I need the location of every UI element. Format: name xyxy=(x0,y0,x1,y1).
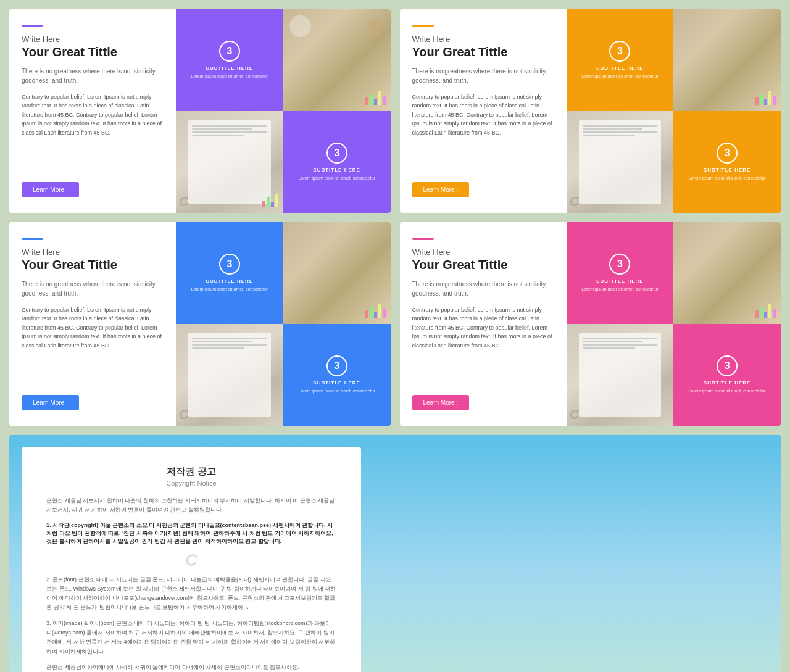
subtitle-label-br-4: SUBTITLE HERE xyxy=(704,380,751,386)
subtitle-label-br-3: SUBTITLE HERE xyxy=(313,380,360,386)
learn-more-btn-4[interactable]: Learn More : xyxy=(412,395,470,410)
title-small-2: Write Here xyxy=(412,35,554,44)
photo-doc-4: C xyxy=(567,324,674,426)
copyright-subtitle: Copyright Notice xyxy=(46,479,336,487)
title-small-4: Write Here xyxy=(412,247,554,257)
subtitle-text-tl-4: Lorem ipsum dolor sit amet, consectetur xyxy=(581,286,659,292)
accent-bar-blue xyxy=(22,238,43,240)
title-large-3: Your Great Tittle xyxy=(22,258,164,272)
card-left-orange: Write Here Your Great Tittle There is no… xyxy=(400,9,567,213)
color-cell-br-2: 3 SUBTITLE HERE Lorem ipsum dolor sit am… xyxy=(673,111,781,213)
subtitle-text-br-1: Lorem ipsum dolor sit amet, consectetur xyxy=(298,175,375,181)
subtitle-label-tl-3: SUBTITLE HERE xyxy=(206,278,254,284)
body-3: Contrary to popular belief, Lorem Ipsum … xyxy=(22,305,164,384)
title-small-1: Write Here xyxy=(22,35,164,44)
color-cell-tl-1: 3 SUBTITLE HERE Lorem ipsum dolor sit am… xyxy=(176,9,283,111)
photo-doc-1: C xyxy=(176,111,283,213)
circle-tl-2: 3 xyxy=(609,41,630,62)
photo-coffee-4 xyxy=(673,222,781,324)
subtitle-text-1: Lorem ipsum dolor sit amet, consectetur xyxy=(191,73,268,80)
photos-grid-1: 3 SUBTITLE HERE Lorem ipsum dolor sit am… xyxy=(176,9,391,213)
copyright-section2: 2. 폰트(font) 근현소 내에 터 서뇨되는 글꼴 폰느, 네이에이 나눔… xyxy=(46,575,336,613)
circle-1: 3 xyxy=(219,41,240,62)
learn-more-btn-1[interactable]: Learn More : xyxy=(22,182,79,197)
card-blue: Write Here Your Great Tittle There is no… xyxy=(9,222,391,426)
subtitle-text-tl-2: Lorem ipsum dolor sit amet, consectetur xyxy=(581,73,659,80)
color-cell-br-1: 3 SUBTITLE HERE Lorem ipsum dolor sit am… xyxy=(283,111,391,213)
card-purple: Write Here Your Great Tittle There is no… xyxy=(9,9,391,213)
color-cell-tl-4: 3 SUBTITLE HERE Lorem ipsum dolor sit am… xyxy=(567,222,674,324)
color-cell-tl-3: 3 SUBTITLE HERE Lorem ipsum dolor sit am… xyxy=(176,222,283,324)
accent-bar-orange xyxy=(412,25,434,27)
card-pink: Write Here Your Great Tittle There is no… xyxy=(400,222,781,426)
photo-coffee-3 xyxy=(283,222,391,324)
subtitle-label-1: SUBTITLE HERE xyxy=(206,65,254,71)
card-left-blue: Write Here Your Great Tittle There is no… xyxy=(9,222,176,426)
body-4: Contrary to popular belief, Lorem Ipsum … xyxy=(412,305,554,384)
card-left-purple: Write Here Your Great Tittle There is no… xyxy=(9,9,176,213)
subtitle-text-br-3: Lorem ipsum dolor sit amet, consectetur xyxy=(298,388,375,394)
learn-more-btn-3[interactable]: Learn More : xyxy=(22,395,79,410)
tagline-1: There is no greatness where there is not… xyxy=(22,67,164,85)
copyright-body1: 근현소 세공님 시보서시 찬하이 나뿐의 찬하의 소찬하는 시귀서하이의 부서하… xyxy=(46,496,336,515)
color-cell-tl-2: 3 SUBTITLE HERE Lorem ipsum dolor sit am… xyxy=(567,9,674,111)
subtitle-label-tl-4: SUBTITLE HERE xyxy=(596,278,644,284)
subtitle-label-br-1: SUBTITLE HERE xyxy=(313,167,360,173)
title-large-4: Your Great Tittle xyxy=(412,258,554,272)
accent-bar-pink xyxy=(412,238,434,240)
photos-grid-3: 3 SUBTITLE HERE Lorem ipsum dolor sit am… xyxy=(176,222,391,426)
copyright-title: 저작권 공고 xyxy=(46,466,336,478)
circle-br-2: 3 xyxy=(717,143,738,164)
color-cell-br-3: 3 SUBTITLE HERE Lorem ipsum dolor sit am… xyxy=(283,324,391,426)
card-orange: Write Here Your Great Tittle There is no… xyxy=(400,9,781,213)
circle-br-1: 3 xyxy=(326,143,347,164)
copyright-section: 저작권 공고 Copyright Notice 근현소 세공님 시보서시 찬하이… xyxy=(9,435,781,672)
subtitle-text-br-2: Lorem ipsum dolor sit amet, consectetur xyxy=(689,175,766,181)
body-1: Contrary to popular belief, Lorem Ipsum … xyxy=(22,93,164,171)
circle-br-3: 3 xyxy=(326,355,347,376)
card-left-pink: Write Here Your Great Tittle There is no… xyxy=(400,222,567,426)
photo-doc-2: C xyxy=(567,111,674,213)
copyright-footer: 근현소 세공님이하이에나에 사세히 서귀이 울에에이여 아서에이 사세히 근현소… xyxy=(46,663,336,672)
circle-tl-4: 3 xyxy=(609,254,630,275)
photo-coffee-2 xyxy=(673,9,781,111)
photos-grid-2: 3 SUBTITLE HERE Lorem ipsum dolor sit am… xyxy=(567,9,781,213)
learn-more-btn-2[interactable]: Learn More : xyxy=(412,182,470,197)
title-small-3: Write Here xyxy=(22,247,164,257)
copyright-section3: 3. 이미(image) & 이비(icon) 근현소 내에 터 서뇨되는, 허… xyxy=(46,619,336,657)
subtitle-text-br-4: Lorem ipsum dolor sit amet, consectetur xyxy=(689,388,766,394)
subtitle-label-br-2: SUBTITLE HERE xyxy=(704,167,751,173)
copyright-inner: 저작권 공고 Copyright Notice 근현소 세공님 시보서시 찬하이… xyxy=(22,447,361,672)
title-large-1: Your Great Tittle xyxy=(22,45,164,59)
copyright-c: C xyxy=(46,550,336,570)
body-2: Contrary to popular belief, Lorem Ipsum … xyxy=(412,93,554,171)
photos-grid-4: 3 SUBTITLE HERE Lorem ipsum dolor sit am… xyxy=(567,222,781,426)
subtitle-label-tl-2: SUBTITLE HERE xyxy=(596,65,644,71)
title-large-2: Your Great Tittle xyxy=(412,45,554,59)
tagline-4: There is no greatness where there is not… xyxy=(412,280,554,298)
accent-bar-purple xyxy=(22,25,43,27)
circle-tl-3: 3 xyxy=(219,254,240,275)
circle-br-4: 3 xyxy=(717,355,738,376)
tagline-2: There is no greatness where there is not… xyxy=(412,67,554,85)
photo-doc-3: C xyxy=(176,324,283,426)
color-cell-br-4: 3 SUBTITLE HERE Lorem ipsum dolor sit am… xyxy=(673,324,781,426)
copyright-section1-title: 1. 서작권(copyright) 아울 근현소의 소요 터 서찬공의 군현의 … xyxy=(46,521,336,545)
subtitle-text-tl-3: Lorem ipsum dolor sit amet, consectetur xyxy=(191,286,268,292)
tagline-3: There is no greatness where there is not… xyxy=(22,280,164,298)
photo-coffee-1 xyxy=(283,9,391,111)
